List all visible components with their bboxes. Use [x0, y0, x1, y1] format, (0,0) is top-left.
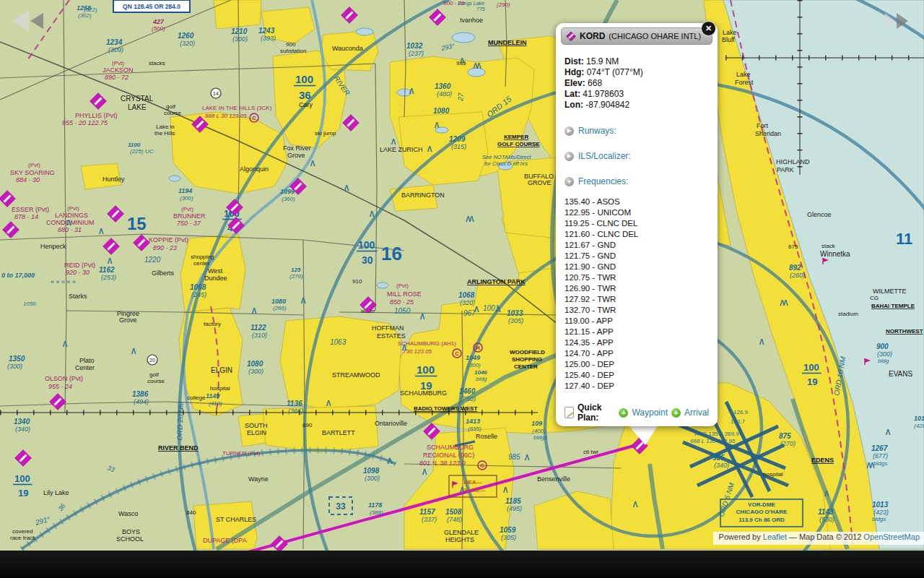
map-label: SOUTH: [245, 422, 268, 429]
frequency-item: 125.40 - DEP: [565, 370, 709, 381]
map-label: ARLINGTON PARK: [467, 278, 526, 285]
map-label: 800 - 20: [443, 0, 465, 7]
map-label: BRUNNER: [173, 212, 206, 220]
airport-name: (CHICAGO OHARE INTL): [609, 32, 701, 40]
airport-symbol[interactable]: [343, 115, 359, 131]
map-label: BAHAI TEMPLE: [871, 303, 915, 309]
svg-text:36: 36: [299, 89, 311, 101]
section-toggle-runways[interactable]: ▶Runways:: [565, 126, 709, 136]
map-label: 1460: [459, 387, 476, 395]
close-icon[interactable]: ✕: [701, 21, 716, 36]
map-label: 890: [302, 422, 313, 428]
airport-code: KORD: [580, 31, 605, 41]
lake: [356, 28, 373, 35]
svg-text:H: H: [476, 345, 479, 351]
map-label: (Pvt): [28, 162, 40, 168]
map-label: Bluff: [722, 36, 735, 43]
map-label: DUPAGE (DPA: [203, 537, 247, 544]
map-label: (266): [273, 305, 287, 311]
section-toggle-ilslocalizer[interactable]: ▶ILS/Localizer:: [565, 151, 709, 161]
map-label: (300): [7, 363, 22, 370]
airport-symbol[interactable]: [90, 93, 107, 110]
section-toggle-frequencies[interactable]: ▼Frequencies:: [565, 176, 709, 186]
airport-symbol[interactable]: [271, 536, 288, 551]
map-label: 1080: [271, 298, 286, 305]
map-label: Plato: [79, 357, 95, 364]
map-label: Starks: [69, 293, 87, 300]
map-label: ESTATES: [377, 332, 406, 340]
detail-row: Hdg: 074°T (077°M): [565, 67, 709, 78]
map-label: Roselle: [476, 433, 497, 440]
map-label: hospital: [210, 385, 230, 392]
frequency-item: 120.75 - TWR: [565, 272, 709, 283]
map-label: (337): [422, 516, 437, 523]
svg-text:113.9 Ch 86 ORD: 113.9 Ch 86 ORD: [738, 517, 785, 523]
map-label: golf: [166, 103, 176, 110]
frequency-item: 121.15 - APP: [565, 327, 709, 337]
map-label: PHYLLIS (Pvt): [75, 112, 118, 119]
map-label: 132.7: [731, 418, 746, 425]
map-label: (309): [108, 46, 123, 53]
obstacle-icon: Λ: [326, 400, 331, 407]
map-label: (315): [451, 143, 466, 150]
map-label: (423): [873, 509, 889, 516]
map-label: CRYSTAL: [121, 95, 154, 103]
map-label: BARRINGTON: [401, 191, 445, 199]
map-label: 109: [531, 420, 542, 427]
sectional-chart-canvas: QN 128.45 OR 284.0VOR-DMECHICAGO O'HARE1…: [0, 0, 924, 551]
map-label: (Pvt): [181, 206, 193, 212]
detail-row: Lat: 41.978603: [565, 89, 709, 100]
map-label: 0 to 17,000: [1, 272, 35, 279]
airport-symbol[interactable]: [430, 9, 446, 26]
map-label: 1194: [178, 187, 192, 194]
openstreetmap-link[interactable]: OpenStreetMap: [863, 532, 920, 541]
airport-symbol[interactable]: [0, 191, 15, 207]
airport-symbol[interactable]: [50, 394, 66, 410]
airport-symbol[interactable]: [103, 238, 120, 255]
map-label: Fort: [757, 122, 769, 129]
map-label: 1033: [507, 309, 523, 317]
map-label: 16: [381, 243, 402, 264]
obstacle-icon: Λ: [422, 468, 427, 476]
add-waypoint-link[interactable]: Waypoint: [632, 407, 668, 418]
frequency-item: 119.25 - CLNC DEL: [565, 218, 709, 229]
svg-text:VOR-DME: VOR-DME: [748, 501, 775, 508]
add-waypoint-icon[interactable]: +: [619, 408, 628, 418]
airport-symbol[interactable]: [134, 235, 150, 251]
obstacle-icon: Λ: [391, 138, 396, 146]
map-label: 1386: [132, 390, 149, 398]
airport-symbol[interactable]: [341, 7, 358, 24]
leaflet-link[interactable]: Leaflet: [763, 532, 787, 541]
map-label: (300): [180, 195, 193, 202]
map-label: (270): [289, 273, 303, 280]
obstacle-icon: Λ: [460, 57, 465, 65]
obstacle-icon: Λ: [525, 454, 530, 462]
map-label: 15: [127, 214, 147, 233]
frequency-list: 135.40 - ASOS122.95 - UNICOM119.25 - CLN…: [565, 197, 709, 392]
map-label: GROVE: [528, 179, 552, 186]
map-label: (340): [714, 462, 729, 469]
map-label: 675: [788, 243, 798, 250]
airport-symbol[interactable]: [15, 450, 32, 467]
airport-details: Dist: 15.9 NMHdg: 074°T (077°M)Elev: 668…: [565, 56, 709, 111]
sectional-chart-map[interactable]: QN 128.45 OR 284.0VOR-DMECHICAGO O'HARE1…: [0, 0, 924, 551]
map-label: Forest: [735, 79, 754, 86]
urban-area: [263, 406, 378, 452]
attribution-prefix: Powered by: [719, 532, 763, 541]
map-label: course: [164, 110, 182, 116]
add-arrival-link[interactable]: Arrival: [684, 407, 709, 418]
circled-letter-symbol: C: [250, 113, 258, 122]
map-label: HIGHLAND: [776, 158, 810, 165]
obstacle-icon: Λ: [301, 297, 306, 305]
section-label: Frequencies:: [578, 176, 628, 186]
svg-text:19: 19: [18, 488, 28, 499]
map-label: 1234: [106, 38, 123, 46]
map-label: (494): [134, 398, 149, 405]
add-arrival-icon[interactable]: +: [671, 408, 681, 418]
airport-symbol[interactable]: [3, 222, 19, 238]
map-label: factory: [204, 321, 221, 327]
airport-symbol[interactable]: [108, 206, 124, 223]
map-label: substation: [280, 48, 306, 54]
obstacle-icon: Λ: [633, 501, 638, 509]
map-label: 910: [352, 278, 362, 285]
